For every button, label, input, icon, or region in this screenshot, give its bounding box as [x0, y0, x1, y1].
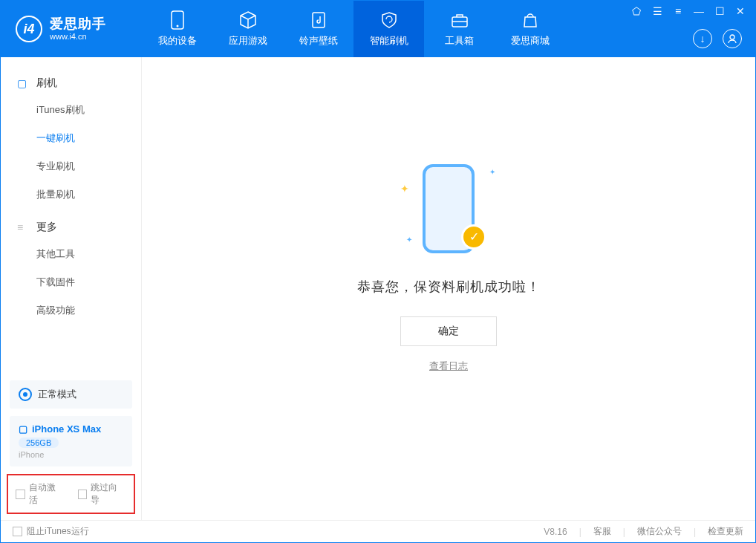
nav-ringtones[interactable]: 铃声壁纸	[283, 1, 353, 57]
nav-toolbox[interactable]: 工具箱	[424, 1, 495, 57]
music-icon	[309, 10, 328, 30]
cube-icon	[238, 10, 258, 30]
more-icon: ≡	[17, 221, 29, 233]
sidebar-item-oneclick-flash[interactable]: 一键刷机	[1, 124, 141, 152]
device-box[interactable]: ▢iPhone XS Max 256GB iPhone	[10, 416, 132, 466]
block-itunes-label[interactable]: 阻止iTunes运行	[27, 525, 89, 538]
nav-apps[interactable]: 应用游戏	[212, 1, 283, 57]
sidebar-item-pro-flash[interactable]: 专业刷机	[1, 152, 141, 181]
device-capacity: 256GB	[19, 438, 59, 448]
footer-wechat[interactable]: 微信公众号	[637, 525, 682, 538]
check-badge-icon: ✓	[461, 224, 486, 250]
success-message: 恭喜您，保资料刷机成功啦！	[357, 278, 541, 296]
sidebar: ▢刷机 iTunes刷机 一键刷机 专业刷机 批量刷机 ≡更多 其他工具 下载固…	[1, 57, 142, 520]
sidebar-item-other-tools[interactable]: 其他工具	[1, 240, 141, 268]
phone-icon	[168, 10, 187, 30]
svg-point-5	[730, 35, 734, 39]
nav-store[interactable]: 爱思商城	[495, 1, 565, 57]
user-icon[interactable]	[723, 29, 742, 48]
checkbox-icon[interactable]	[13, 527, 22, 536]
success-illustration: ✓ ✦✦✦	[415, 160, 482, 257]
sidebar-group-more: ≡更多	[1, 215, 141, 240]
footer-check-update[interactable]: 检查更新	[708, 525, 743, 538]
checkbox-auto-activate[interactable]: 自动激活	[16, 481, 65, 507]
checkbox-skip-guide[interactable]: 跳过向导	[78, 481, 127, 507]
download-icon[interactable]: ↓	[693, 29, 712, 48]
main-nav: 我的设备 应用游戏 铃声壁纸 智能刷机 工具箱 爱思商城	[142, 1, 565, 57]
maximize-icon[interactable]: ☐	[712, 5, 727, 17]
logo-area: i4 爱思助手 www.i4.cn	[1, 16, 142, 42]
mode-label: 正常模式	[38, 388, 76, 401]
toolbox-icon	[450, 10, 469, 30]
svg-point-1	[176, 25, 178, 27]
menu-icon[interactable]: ☰	[650, 5, 665, 17]
nav-my-device[interactable]: 我的设备	[142, 1, 212, 57]
highlighted-options: 自动激活 跳过向导	[7, 474, 135, 514]
sidebar-item-itunes-flash[interactable]: iTunes刷机	[1, 96, 141, 124]
checkbox-icon	[16, 490, 25, 499]
ok-button[interactable]: 确定	[400, 316, 497, 346]
app-title: 爱思助手	[50, 17, 106, 32]
phone-small-icon: ▢	[19, 423, 27, 435]
bag-icon	[521, 10, 540, 30]
shield-refresh-icon	[379, 10, 399, 30]
app-subtitle: www.i4.cn	[50, 32, 106, 41]
minimize-icon[interactable]: —	[691, 5, 706, 17]
nav-flash[interactable]: 智能刷机	[353, 1, 424, 57]
main-content: ✓ ✦✦✦ 恭喜您，保资料刷机成功啦！ 确定 查看日志	[142, 57, 755, 520]
footer-support[interactable]: 客服	[593, 525, 611, 538]
version-label: V8.16	[544, 527, 567, 537]
sidebar-item-download-firmware[interactable]: 下载固件	[1, 268, 141, 296]
shirt-icon[interactable]: ⬠	[629, 5, 644, 17]
logo-icon: i4	[16, 16, 42, 42]
view-log-link[interactable]: 查看日志	[429, 360, 468, 373]
sidebar-item-batch-flash[interactable]: 批量刷机	[1, 181, 141, 209]
footer: 阻止iTunes运行 V8.16 | 客服 | 微信公众号 | 检查更新	[1, 520, 755, 542]
list-icon[interactable]: ≡	[671, 5, 685, 17]
close-icon[interactable]: ✕	[733, 5, 748, 17]
header: i4 爱思助手 www.i4.cn 我的设备 应用游戏 铃声壁纸 智能刷机 工具…	[1, 1, 755, 57]
checkbox-icon	[78, 490, 88, 499]
window-controls: ⬠ ☰ ≡ — ☐ ✕	[629, 5, 748, 17]
sidebar-item-advanced[interactable]: 高级功能	[1, 296, 141, 325]
mode-box[interactable]: 正常模式	[10, 380, 132, 409]
device-type: iPhone	[19, 450, 123, 459]
sidebar-group-flash: ▢刷机	[1, 71, 141, 96]
mode-icon	[19, 388, 32, 401]
device-icon: ▢	[17, 77, 29, 89]
